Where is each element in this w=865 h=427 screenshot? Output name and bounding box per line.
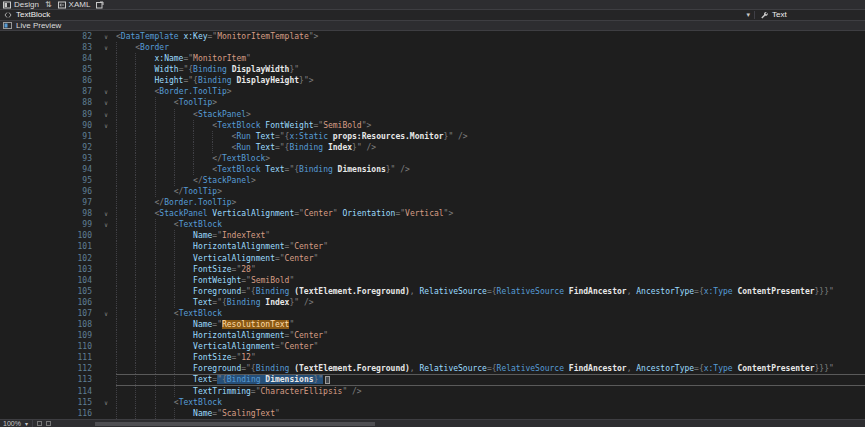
fold-spacer xyxy=(96,75,116,86)
line-number[interactable]: 100 xyxy=(0,230,96,241)
code-line[interactable]: 110VerticalAlignment="Center" xyxy=(0,341,865,352)
line-number[interactable]: 101 xyxy=(0,241,96,252)
line-number[interactable]: 111 xyxy=(0,352,96,363)
line-number[interactable]: 98 xyxy=(0,208,96,219)
fold-toggle-icon[interactable]: ∨ xyxy=(96,42,116,53)
line-number[interactable]: 108 xyxy=(0,319,96,330)
line-number[interactable]: 96 xyxy=(0,186,96,197)
line-number[interactable]: 97 xyxy=(0,197,96,208)
line-number[interactable]: 107 xyxy=(0,308,96,319)
zoom-dropdown-icon[interactable]: ▾ xyxy=(25,420,28,427)
code-line[interactable]: 87∨<Border.ToolTip> xyxy=(0,86,865,97)
scrollbar-thumb[interactable] xyxy=(95,422,375,426)
line-number[interactable]: 88 xyxy=(0,97,96,108)
code-line[interactable]: 89∨<StackPanel> xyxy=(0,109,865,120)
line-number[interactable]: 113 xyxy=(0,374,96,385)
code-line[interactable]: 107∨<TextBlock xyxy=(0,308,865,319)
line-number[interactable]: 114 xyxy=(0,386,96,397)
property-combobox[interactable]: Text xyxy=(755,10,865,20)
code-lines: 82∨<DataTemplate x:Key="MonitorItemTempl… xyxy=(0,31,865,419)
line-number[interactable]: 86 xyxy=(0,75,96,86)
split-view-icon[interactable] xyxy=(37,421,42,426)
line-number[interactable]: 90 xyxy=(0,120,96,131)
fold-toggle-icon[interactable]: ∨ xyxy=(96,31,116,42)
fold-toggle-icon[interactable]: ∨ xyxy=(96,308,116,319)
code-line[interactable]: 102VerticalAlignment="Center" xyxy=(0,253,865,264)
line-number[interactable]: 91 xyxy=(0,131,96,142)
xaml-view-icon xyxy=(58,1,66,9)
element-combobox[interactable]: TextBlock ▾ xyxy=(0,10,754,20)
line-number[interactable]: 104 xyxy=(0,275,96,286)
code-line[interactable]: 115∨<TextBlock xyxy=(0,397,865,408)
horizontal-scrollbar[interactable] xyxy=(55,422,862,426)
tab-xaml[interactable]: XAML xyxy=(58,0,91,9)
code-text: <TextBlock Text="{Binding Dimensions}" /… xyxy=(116,164,865,175)
line-number[interactable]: 109 xyxy=(0,330,96,341)
code-line[interactable]: 114TextTrimming="CharacterEllipsis" /> xyxy=(0,386,865,397)
code-line[interactable]: 82∨<DataTemplate x:Key="MonitorItemTempl… xyxy=(0,31,865,42)
fold-toggle-icon[interactable]: ∨ xyxy=(96,219,116,230)
code-text: </ToolTip> xyxy=(116,186,865,197)
code-line[interactable]: 93</TextBlock> xyxy=(0,153,865,164)
fold-toggle-icon[interactable]: ∨ xyxy=(96,208,116,219)
code-line[interactable]: 85Width="{Binding DisplayWidth}" xyxy=(0,64,865,75)
fold-toggle-icon[interactable]: ∨ xyxy=(96,109,116,120)
code-line[interactable]: 106Text="{Binding Index}" /> xyxy=(0,297,865,308)
code-line[interactable]: 83∨<Border xyxy=(0,42,865,53)
swap-panes-icon[interactable]: ⇅ xyxy=(45,1,52,9)
code-line[interactable]: 105Foreground="{Binding (TextElement.For… xyxy=(0,286,865,297)
line-number[interactable]: 110 xyxy=(0,341,96,352)
code-line[interactable]: 111FontSize="12" xyxy=(0,352,865,363)
fold-spacer xyxy=(96,386,116,397)
code-line[interactable]: 95</StackPanel> xyxy=(0,175,865,186)
code-line[interactable]: 99∨<TextBlock xyxy=(0,219,865,230)
code-line[interactable]: 96</ToolTip> xyxy=(0,186,865,197)
line-number[interactable]: 84 xyxy=(0,53,96,64)
line-number[interactable]: 93 xyxy=(0,153,96,164)
line-number[interactable]: 115 xyxy=(0,397,96,408)
line-number[interactable]: 106 xyxy=(0,297,96,308)
line-number[interactable]: 105 xyxy=(0,286,96,297)
code-line[interactable]: 86Height="{Binding DisplayHeight}"> xyxy=(0,75,865,86)
chevron-down-icon[interactable]: ▾ xyxy=(746,10,750,20)
line-number[interactable]: 103 xyxy=(0,264,96,275)
line-number[interactable]: 116 xyxy=(0,408,96,419)
code-line[interactable]: 104FontWeight="SemiBold" xyxy=(0,275,865,286)
word-wrap-icon[interactable] xyxy=(46,421,51,426)
fold-toggle-icon[interactable]: ∨ xyxy=(96,86,116,97)
fold-toggle-icon[interactable]: ∨ xyxy=(96,97,116,108)
code-line[interactable]: 92<Run Text="{Binding Index}" /> xyxy=(0,142,865,153)
code-line[interactable]: 103FontSize="28" xyxy=(0,264,865,275)
line-number[interactable]: 112 xyxy=(0,363,96,374)
code-line[interactable]: 90∨<TextBlock FontWeight="SemiBold"> xyxy=(0,120,865,131)
live-preview-label[interactable]: Live Preview xyxy=(16,21,61,30)
line-number[interactable]: 82 xyxy=(0,31,96,42)
code-line[interactable]: 88∨<ToolTip> xyxy=(0,97,865,108)
code-line[interactable]: 113Text="{Binding Dimensions}" xyxy=(0,374,865,385)
fold-toggle-icon[interactable]: ∨ xyxy=(96,120,116,131)
line-number[interactable]: 92 xyxy=(0,142,96,153)
line-number[interactable]: 94 xyxy=(0,164,96,175)
code-line[interactable]: 84x:Name="MonitorItem" xyxy=(0,53,865,64)
code-line[interactable]: 98∨<StackPanel VerticalAlignment="Center… xyxy=(0,208,865,219)
line-number[interactable]: 83 xyxy=(0,42,96,53)
line-number[interactable]: 87 xyxy=(0,86,96,97)
zoom-level[interactable]: 100% xyxy=(3,420,21,427)
line-number[interactable]: 89 xyxy=(0,109,96,120)
line-number[interactable]: 99 xyxy=(0,219,96,230)
tab-design[interactable]: Design xyxy=(3,0,39,9)
code-line[interactable]: 91<Run Text="{x:Static props:Resources.M… xyxy=(0,131,865,142)
line-number[interactable]: 85 xyxy=(0,64,96,75)
code-line[interactable]: 116Name="ScalingText" xyxy=(0,408,865,419)
code-line[interactable]: 97</Border.ToolTip> xyxy=(0,197,865,208)
code-line[interactable]: 108Name="ResolutionText" xyxy=(0,319,865,330)
code-line[interactable]: 109HorizontalAlignment="Center" xyxy=(0,330,865,341)
code-line[interactable]: 94<TextBlock Text="{Binding Dimensions}"… xyxy=(0,164,865,175)
line-number[interactable]: 102 xyxy=(0,253,96,264)
popout-window-icon[interactable] xyxy=(96,1,104,9)
line-number[interactable]: 95 xyxy=(0,175,96,186)
fold-toggle-icon[interactable]: ∨ xyxy=(96,397,116,408)
code-line[interactable]: 112Foreground="{Binding (TextElement.For… xyxy=(0,363,865,374)
code-line[interactable]: 100Name="IndexText" xyxy=(0,230,865,241)
code-line[interactable]: 101HorizontalAlignment="Center" xyxy=(0,241,865,252)
